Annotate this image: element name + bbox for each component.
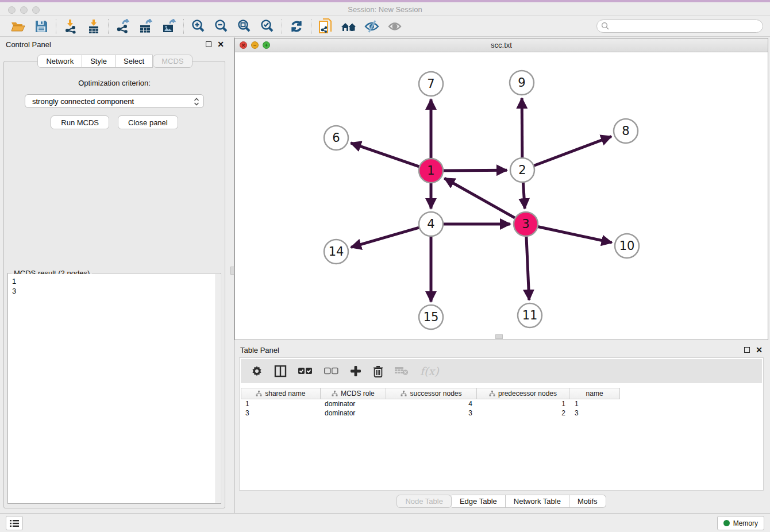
mcds-result-text[interactable]: 1 3 [9,274,215,503]
sort-tree-icon [401,391,407,396]
tab-mcds[interactable]: MCDS [153,55,192,68]
mcds-result-scrollbar[interactable] [215,274,220,503]
column-label: shared name [265,390,305,398]
tab-edge-table[interactable]: Edge Table [452,495,506,508]
zoom-fit-button[interactable] [233,17,256,36]
edge-2-3[interactable] [523,181,525,209]
sort-tree-icon [332,391,338,396]
table-cell: 1 [241,400,320,408]
zoom-in-button[interactable] [187,17,210,36]
column-header-successor-nodes[interactable]: successor nodes [386,388,477,399]
search-input[interactable] [596,20,763,33]
mcds-result-box: MCDS result (2 nodes) 1 3 [7,273,221,504]
edge-1-6[interactable] [351,143,421,167]
close-table-panel-icon[interactable]: ✕ [756,347,763,353]
show-all-button[interactable] [383,17,406,36]
node-label-11: 11 [522,309,538,322]
panel-splitter[interactable] [230,37,234,513]
edge-2-8[interactable] [533,137,611,167]
network-canvas[interactable]: 7968124314101511 [235,52,768,340]
node-table: shared nameMCDS rolesuccessor nodesprede… [241,388,620,418]
control-panel-title: Control Panel [6,40,51,49]
toolbar-separator [183,19,184,34]
sort-tree-icon [489,391,495,396]
zoom-selected-button[interactable] [256,17,279,36]
optimization-criterion-value: strongly connected component [32,97,134,106]
node-label-2: 2 [518,163,526,177]
edge-1-2[interactable] [442,170,507,171]
zoom-fit-icon [237,19,252,34]
edge-3-1[interactable] [445,178,517,218]
save-session-button[interactable] [30,17,53,36]
unchecked-boxes-icon [324,367,338,375]
deselect-all-button[interactable] [324,363,338,380]
edge-3-10[interactable] [537,226,612,242]
column-visibility-button[interactable] [274,363,287,380]
memory-label: Memory [733,519,758,527]
optimization-criterion-label: Optimization criterion: [4,79,225,87]
export-image-icon [161,19,177,34]
close-panel-icon[interactable]: ✕ [217,41,224,47]
tab-node-table[interactable]: Node Table [396,495,452,508]
zoom-out-button[interactable] [210,17,233,36]
edge-2-9[interactable] [522,98,522,159]
list-icon [10,519,19,527]
table-options-button[interactable] [251,363,263,380]
import-table-button[interactable] [82,17,105,36]
node-label-6: 6 [332,131,340,145]
export-image-button[interactable] [157,17,180,36]
table-cell: 1 [477,400,570,408]
splitter-grip[interactable] [230,267,234,275]
fx-icon: f(x) [420,365,439,377]
node-label-3: 3 [522,217,529,231]
columns-icon [274,365,287,377]
task-history-button[interactable] [6,516,23,530]
zoom-in-icon [191,19,206,34]
edge-3-11[interactable] [526,235,529,300]
tab-motifs[interactable]: Motifs [569,495,606,508]
network-window-titlebar[interactable]: ✕ − + scc.txt [235,38,768,52]
delete-table-button-disabled [395,363,409,380]
delete-table-icon [395,367,409,376]
float-table-panel-icon[interactable] [744,347,750,353]
add-column-button[interactable] [350,363,361,380]
delete-column-button[interactable] [373,363,383,380]
tab-network-table[interactable]: Network Table [506,495,569,508]
network-resize-grip[interactable] [495,334,503,339]
column-header-shared-name[interactable]: shared name [241,388,321,399]
plus-icon [350,365,361,377]
first-neighbors-button[interactable] [337,17,360,36]
hide-selected-button[interactable] [360,17,383,36]
table-row[interactable]: 1dominator411 [241,399,620,408]
zoom-out-icon [214,19,229,34]
tab-select[interactable]: Select [116,55,153,68]
window-titlebar: Session: New Session [0,0,770,16]
edge-4-14[interactable] [351,227,421,247]
eye-icon [387,20,403,33]
apply-layout-button[interactable] [285,17,308,36]
memory-button[interactable]: Memory [717,516,764,530]
gear-icon [251,365,263,377]
toolbar-separator [56,19,56,34]
table-cell: 3 [241,409,320,417]
run-mcds-button[interactable]: Run MCDS [51,115,109,129]
tab-network[interactable]: Network [37,55,82,68]
float-panel-icon[interactable] [206,41,211,47]
close-panel-button[interactable]: Close panel [118,115,178,129]
column-header-predecessor-nodes[interactable]: predecessor nodes [477,388,570,399]
new-network-from-selection-button[interactable] [314,17,337,36]
export-table-button[interactable] [134,17,157,36]
column-header-MCDS-role[interactable]: MCDS role [321,388,387,399]
tab-style[interactable]: Style [82,55,116,68]
import-network-button[interactable] [59,17,82,36]
window-title: Session: New Session [0,5,770,14]
select-all-button[interactable] [298,363,313,380]
open-file-button[interactable] [7,17,30,36]
export-network-button[interactable] [111,17,134,36]
table-cell: 3 [570,409,620,417]
optimization-criterion-select[interactable]: strongly connected component [25,94,204,108]
column-header-name[interactable]: name [569,388,619,399]
table-row[interactable]: 3dominator323 [241,408,620,418]
network-graph[interactable]: 7968124314101511 [235,52,768,340]
toolbar-separator [282,19,282,34]
